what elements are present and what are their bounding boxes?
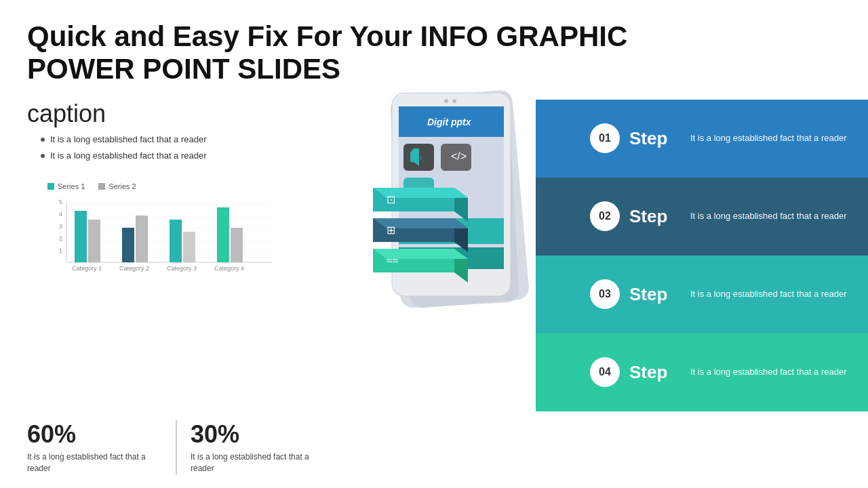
stat-block-2: 30% It is a long established fact that a… [177,420,326,474]
content-area: caption It is a long established fact th… [27,100,841,474]
stat-desc-1: It is a long established fact that a rea… [27,451,162,474]
step-number-4: 04 [590,357,620,387]
svg-text:2: 2 [59,235,62,242]
svg-text:Category 2: Category 2 [119,265,149,272]
svg-text:3: 3 [59,223,62,230]
page: Quick and Easy Fix For Your INFO GRAPHIC… [0,0,868,488]
svg-rect-18 [217,207,229,262]
svg-text:Category 4: Category 4 [214,265,244,272]
legend-dot-2 [98,183,105,190]
svg-text:⊞: ⊞ [387,224,395,236]
svg-rect-17 [183,232,195,262]
stat-desc-2: It is a long established fact that a rea… [191,451,326,474]
svg-text:Category 1: Category 1 [72,265,102,272]
step-number-3: 03 [590,279,620,309]
stat-number-2: 30% [191,420,326,449]
step-label-2: Step [629,206,677,227]
stat-block-1: 60% It is a long established fact that a… [27,420,177,474]
step-label-3: Step [629,284,677,305]
svg-text:Digit pptx: Digit pptx [427,117,472,127]
step-label-1: Step [629,128,677,149]
svg-rect-12 [75,211,87,262]
right-panel: Digit pptx ⊃ </> ☁ [339,100,841,474]
step-row-2: 02 Step It is a long established fact th… [536,178,868,256]
step-row-3: 03 Step It is a long established fact th… [536,256,868,333]
left-panel: caption It is a long established fact th… [27,100,339,474]
svg-rect-16 [170,220,182,262]
svg-point-28 [444,99,448,103]
step-desc-1: It is a long established fact that a rea… [690,132,847,144]
svg-rect-19 [231,228,243,262]
svg-rect-13 [88,220,100,262]
legend-dot-1 [47,183,54,190]
step-desc-4: It is a long established fact that a rea… [690,366,847,378]
stats-row: 60% It is a long established fact that a… [27,420,326,474]
step-row-1: 01 Step It is a long established fact th… [536,100,868,178]
svg-text:≈≈: ≈≈ [387,255,399,266]
step-number-2: 02 [590,201,620,231]
svg-text:Category 3: Category 3 [167,265,197,272]
svg-text:1: 1 [59,247,62,254]
steps-panel: 01 Step It is a long established fact th… [536,100,868,411]
svg-text:⊃: ⊃ [418,155,422,161]
caption-label: caption [27,100,326,128]
step-number-1: 01 [590,123,620,153]
chart-wrapper: 5 4 3 2 1 [47,195,326,285]
bullet-item-2: It is a long established fact that a rea… [41,150,326,162]
step-desc-2: It is a long established fact that a rea… [690,210,847,222]
legend-series1: Series 1 [47,182,85,190]
svg-text:⊡: ⊡ [387,194,395,205]
bullet-list: It is a long established fact that a rea… [41,134,326,166]
svg-text:5: 5 [59,199,62,205]
step-label-4: Step [629,362,677,383]
svg-text:</>: </> [451,150,467,162]
legend-series2: Series 2 [98,182,136,190]
svg-rect-15 [136,216,148,262]
phone-illustration: Digit pptx ⊃ </> ☁ [346,79,556,405]
page-title: Quick and Easy Fix For Your INFO GRAPHIC… [27,20,841,86]
chart-legend: Series 1 Series 2 [47,182,326,190]
stat-number-1: 60% [27,420,162,449]
svg-text:4: 4 [59,211,62,218]
step-desc-3: It is a long established fact that a rea… [690,288,847,300]
chart-area: Series 1 Series 2 5 4 3 [27,182,326,412]
3d-blocks-svg: ⊡ ⊞ ≈≈ [366,181,502,317]
svg-rect-14 [122,228,134,262]
legend-label-1: Series 1 [58,182,85,190]
bar-chart: 5 4 3 2 1 [47,195,278,283]
bullet-item-1: It is a long established fact that a rea… [41,134,326,146]
step-row-4: 04 Step It is a long established fact th… [536,333,868,411]
legend-label-2: Series 2 [108,182,136,190]
svg-point-29 [452,99,456,103]
